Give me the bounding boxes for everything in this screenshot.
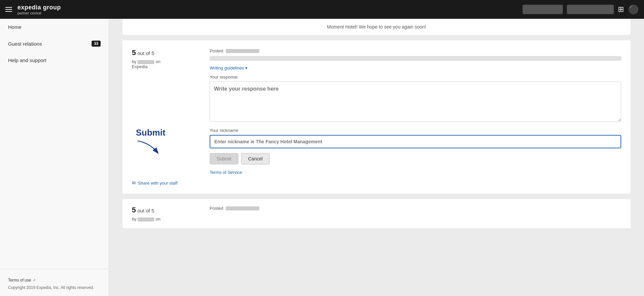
review2-by-label: by <box>132 216 137 221</box>
guest-relations-badge: 33 <box>92 41 101 47</box>
review2-name-blur <box>138 217 154 221</box>
top-partial-card: Moment Hotel! We hope to see you again s… <box>122 19 631 35</box>
submit-button[interactable]: Submit <box>210 153 238 164</box>
review2-rating-display: 5 out of 5 <box>132 206 199 214</box>
posted-label: Posted <box>210 48 223 53</box>
logo-sub-text: partner central <box>17 11 61 15</box>
writing-guidelines-link[interactable]: Writing guidelines ▾ <box>210 65 248 70</box>
nickname-input[interactable] <box>210 135 621 148</box>
cancel-button[interactable]: Cancel <box>241 153 270 164</box>
score-number: 5 <box>132 48 136 57</box>
hamburger-menu[interactable] <box>5 7 12 12</box>
review2-on-label: on <box>156 216 160 221</box>
submit-annotation-text: Submit <box>136 128 165 138</box>
reviewer-name-blur <box>138 60 154 64</box>
by-label: by <box>132 59 137 64</box>
writing-guidelines-label: Writing guidelines <box>210 65 244 70</box>
response-label: Your response <box>210 75 621 80</box>
logo-main-text: expedia group <box>17 4 61 11</box>
sidebar-item-help-support[interactable]: Help and support <box>0 52 109 68</box>
mail-icon: ✉ <box>132 180 136 186</box>
on-label: on <box>156 59 160 64</box>
review2-reviewer-info: by on <box>132 216 199 221</box>
share-staff-label: Share with your staff <box>138 181 177 186</box>
nav-placeholder-2 <box>567 5 614 14</box>
rating-display: 5 out of 5 <box>132 48 199 57</box>
posted-date-blur <box>226 49 259 53</box>
response-textarea[interactable] <box>210 82 621 122</box>
sidebar: Home Guest relations 33 Help and support… <box>0 19 109 296</box>
terms-label: Terms of use <box>8 278 31 283</box>
nickname-label: Your nickname <box>210 128 621 133</box>
help-support-label: Help and support <box>8 57 46 63</box>
top-partial-text: Moment Hotel! We hope to see you again s… <box>327 24 426 30</box>
external-link-icon: ↗ <box>33 278 36 283</box>
home-label: Home <box>8 24 21 30</box>
review-card-1: 5 out of 5 by on Expedia Submit <box>122 40 631 194</box>
grid-icon[interactable]: ⊞ <box>618 5 624 14</box>
submit-arrow <box>136 139 163 156</box>
copyright-text: Copyright 2019 Expedia, Inc. All rights … <box>8 285 101 291</box>
sidebar-item-guest-relations[interactable]: Guest relations 33 <box>0 35 109 52</box>
review2-left: 5 out of 5 by on <box>132 206 199 221</box>
platform-label: Expedia <box>132 64 199 69</box>
review2-posted-label: Posted <box>210 206 223 211</box>
terms-of-use-link[interactable]: Terms of use <box>8 277 31 283</box>
review2-posted-blur <box>226 206 259 210</box>
guest-relations-label: Guest relations <box>8 41 42 47</box>
review-right: Posted Writing guidelines ▾ Your respons… <box>210 48 621 175</box>
content-area: Moment Hotel! We hope to see you again s… <box>109 19 644 296</box>
out-of-label: out of 5 <box>138 50 154 56</box>
nav-placeholder-1 <box>523 5 563 14</box>
top-nav: expedia group partner central ⊞ ⚫ <box>0 0 644 19</box>
user-icon[interactable]: ⚫ <box>628 4 639 15</box>
review2-right: Posted <box>210 206 621 221</box>
terms-of-service-link[interactable]: Terms of Service <box>210 170 621 175</box>
sidebar-item-home[interactable]: Home <box>0 19 109 35</box>
chevron-down-icon: ▾ <box>245 65 248 70</box>
share-staff-link[interactable]: ✉ Share with your staff <box>132 180 621 186</box>
reviewer-info: by on <box>132 59 199 64</box>
logo: expedia group partner central <box>17 4 61 15</box>
review2-out-of: out of 5 <box>138 208 154 213</box>
review-left: 5 out of 5 by on Expedia Submit <box>132 48 199 175</box>
review-text-blur <box>210 56 621 61</box>
review2-score: 5 <box>132 206 136 214</box>
review-card-2: 5 out of 5 by on Posted <box>122 199 631 228</box>
